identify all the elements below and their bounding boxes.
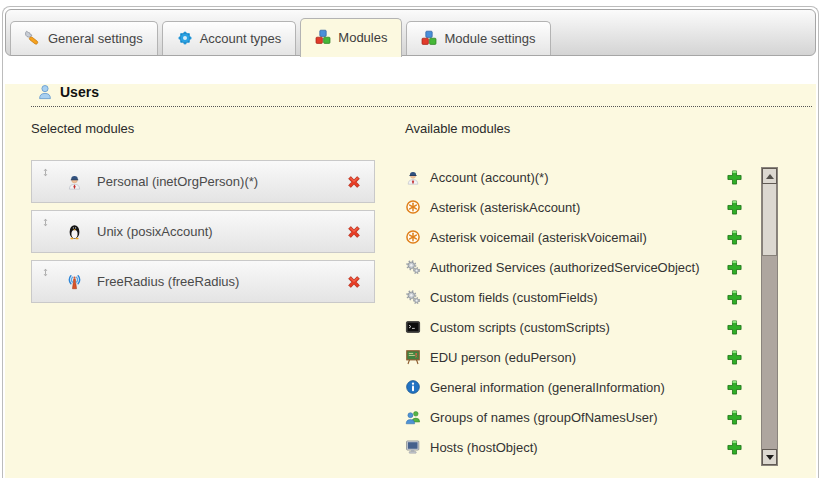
add-icon [726, 319, 743, 336]
available-module-label: EDU person (eduPerson) [430, 350, 726, 365]
scroll-down-icon [766, 455, 774, 460]
available-module-label: Asterisk (asteriskAccount) [430, 200, 726, 215]
tab-label: Account types [200, 31, 282, 46]
drag-handle-icon[interactable] [41, 266, 51, 279]
modules-icon [421, 30, 437, 46]
available-module-label: Custom fields (customFields) [430, 290, 726, 305]
available-module-groups-of-names: Groups of names (groupOfNamesUser) [405, 402, 743, 432]
remove-personal-button[interactable] [346, 174, 362, 190]
wrench-icon [25, 30, 41, 46]
module-columns: Selected modules Personal (inetOrgPerson… [31, 121, 812, 466]
antenna-icon [66, 273, 83, 290]
add-hosts-button[interactable] [726, 439, 743, 456]
asterisk-icon [405, 229, 421, 245]
selected-module-personal[interactable]: Personal (inetOrgPerson)(*) [31, 160, 375, 203]
tab-general-settings[interactable]: General settings [10, 21, 158, 55]
available-module-label: Hosts (hostObject) [430, 440, 726, 455]
selected-module-freeradius[interactable]: FreeRadius (freeRadius) [31, 260, 375, 303]
users-icon [37, 84, 53, 100]
available-module-label: General information (generalInformation) [430, 380, 726, 395]
add-icon [726, 199, 743, 216]
available-module-label: Groups of names (groupOfNamesUser) [430, 410, 726, 425]
available-modules-scrollbar[interactable] [761, 167, 778, 466]
tab-module-settings[interactable]: Module settings [406, 21, 550, 55]
person-icon [405, 169, 421, 185]
scrollbar-down-button[interactable] [762, 449, 777, 465]
remove-freeradius-button[interactable] [346, 274, 362, 290]
available-module-account: Account (account)(*) [405, 162, 743, 192]
selected-module-label: FreeRadius (freeRadius) [97, 274, 346, 289]
available-modules-column: Available modules Account (account)(*) A… [405, 121, 743, 466]
available-module-label: Asterisk voicemail (asteriskVoicemail) [430, 230, 726, 245]
scrollbar-track[interactable] [762, 256, 777, 449]
add-asterisk-voicemail-button[interactable] [726, 229, 743, 246]
add-icon [726, 439, 743, 456]
add-icon [726, 229, 743, 246]
add-custom-fields-button[interactable] [726, 289, 743, 306]
available-module-edu-person: EDU person (eduPerson) [405, 342, 743, 372]
selected-modules-heading: Selected modules [31, 121, 375, 136]
modules-tab-panel: Users Selected modules Personal (inetOrg… [5, 84, 816, 478]
scrollbar-up-button[interactable] [762, 168, 777, 184]
tab-bar: General settings Account types Modules M… [5, 9, 816, 56]
add-edu-person-button[interactable] [726, 349, 743, 366]
available-module-asterisk-voicemail: Asterisk voicemail (asteriskVoicemail) [405, 222, 743, 252]
available-module-label: Account (account)(*) [430, 170, 726, 185]
selected-modules-list: Personal (inetOrgPerson)(*) Unix (posixA… [31, 160, 375, 303]
host-icon [405, 439, 421, 455]
add-icon [726, 409, 743, 426]
available-module-label: Custom scripts (customScripts) [430, 320, 726, 335]
available-modules-list: Account (account)(*) Asterisk (asteriskA… [405, 162, 743, 462]
available-module-authorized-services: Authorized Services (authorizedServiceOb… [405, 252, 743, 282]
info-icon [405, 379, 421, 395]
selected-module-label: Personal (inetOrgPerson)(*) [97, 174, 346, 189]
gears-icon [405, 289, 421, 305]
add-icon [726, 259, 743, 276]
remove-unix-button[interactable] [346, 224, 362, 240]
tab-modules[interactable]: Modules [300, 18, 402, 57]
tab-account-types[interactable]: Account types [162, 21, 297, 55]
terminal-icon [405, 319, 421, 335]
add-custom-scripts-button[interactable] [726, 319, 743, 336]
selected-module-unix[interactable]: Unix (posixAccount) [31, 210, 375, 253]
tab-label: General settings [48, 31, 143, 46]
asterisk-icon [405, 199, 421, 215]
group-icon [405, 409, 421, 425]
add-authorized-services-button[interactable] [726, 259, 743, 276]
tab-label: Modules [338, 30, 387, 45]
penguin-icon [66, 223, 83, 240]
modules-icon [315, 29, 331, 45]
add-account-button[interactable] [726, 169, 743, 186]
person-icon [66, 173, 83, 190]
available-module-label: Authorized Services (authorizedServiceOb… [430, 260, 726, 275]
gears-icon [405, 259, 421, 275]
chalkboard-icon [405, 349, 421, 365]
add-asterisk-button[interactable] [726, 199, 743, 216]
selected-modules-column: Selected modules Personal (inetOrgPerson… [31, 121, 375, 466]
remove-icon [346, 274, 362, 290]
remove-icon [346, 174, 362, 190]
add-general-information-button[interactable] [726, 379, 743, 396]
remove-icon [346, 224, 362, 240]
add-icon [726, 349, 743, 366]
scrollbar-thumb[interactable] [762, 184, 777, 256]
users-section-header: Users [31, 84, 812, 107]
available-module-asterisk: Asterisk (asteriskAccount) [405, 192, 743, 222]
available-modules-heading: Available modules [405, 121, 743, 136]
configuration-panel: General settings Account types Modules M… [2, 6, 819, 478]
add-icon [726, 289, 743, 306]
users-section-title: Users [60, 84, 99, 100]
available-module-custom-scripts: Custom scripts (customScripts) [405, 312, 743, 342]
available-module-custom-fields: Custom fields (customFields) [405, 282, 743, 312]
account-types-icon [177, 30, 193, 46]
add-icon [726, 169, 743, 186]
scroll-up-icon [766, 174, 774, 179]
add-icon [726, 379, 743, 396]
available-module-hosts: Hosts (hostObject) [405, 432, 743, 462]
drag-handle-icon[interactable] [41, 216, 51, 229]
add-groups-of-names-button[interactable] [726, 409, 743, 426]
drag-handle-icon[interactable] [41, 166, 51, 179]
selected-module-label: Unix (posixAccount) [97, 224, 346, 239]
tab-label: Module settings [444, 31, 535, 46]
available-module-general-information: General information (generalInformation) [405, 372, 743, 402]
